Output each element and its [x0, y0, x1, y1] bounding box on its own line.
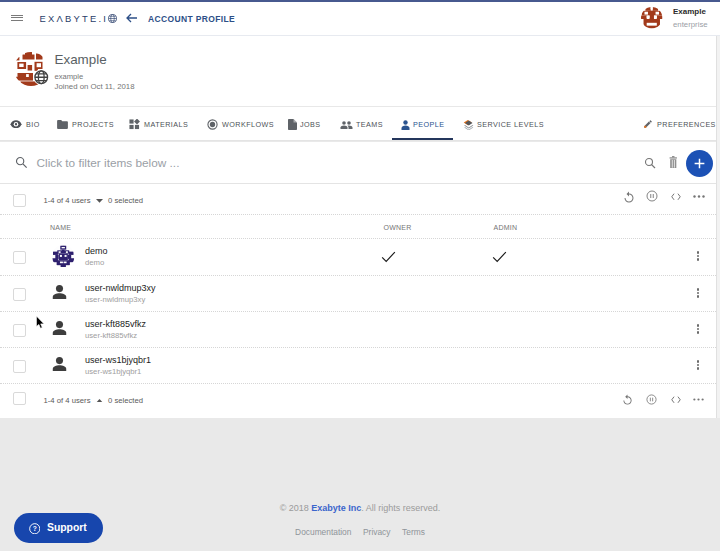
svg-text:?: ? — [32, 525, 36, 532]
